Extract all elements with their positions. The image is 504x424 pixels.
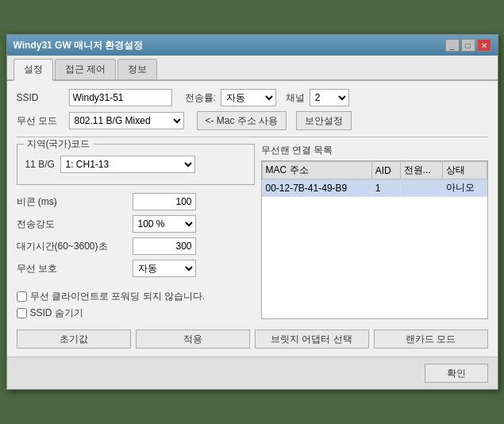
wireless-security-row: 무선 보호 자동 bbox=[17, 260, 255, 277]
txpower-row: 전송강도 100 % bbox=[17, 215, 255, 233]
close-button[interactable]: ✕ bbox=[477, 39, 491, 52]
ssid-hide-checkbox[interactable] bbox=[17, 308, 27, 318]
ssid-row: SSID 전송률: 자동 채널 2 bbox=[17, 89, 488, 106]
checkbox2-row: SSID 숨기기 bbox=[17, 306, 255, 320]
checkbox1-row: 무선 클라이언트로 포워딩 되지 않습니다. bbox=[17, 290, 255, 303]
reset-button[interactable]: 초기값 bbox=[17, 330, 131, 349]
idle-input[interactable] bbox=[133, 237, 196, 255]
title-bar-controls: _ □ ✕ bbox=[445, 39, 491, 52]
tab-bar: 설정 접근 제어 정보 bbox=[7, 56, 498, 81]
ok-row: 확인 bbox=[7, 357, 498, 389]
beacon-input[interactable] bbox=[133, 193, 196, 210]
region-group: 지역(국가)코드 11 B/G 1: CH1-13 bbox=[17, 144, 255, 185]
wireless-conn-label: 무선랜 연결 목록 bbox=[261, 145, 333, 156]
bridge-adapter-button[interactable]: 브릿지 어댑터 선택 bbox=[255, 330, 369, 349]
wireless-connection-table: MAC 주소 AID 전원... 상태 00-12-7B-41-49-B9 1 bbox=[261, 160, 488, 319]
region-row: 11 B/G 1: CH1-13 bbox=[25, 156, 246, 173]
wireless-mode-row: 무선 모드 802.11 B/G Mixed <- Mac 주소 사용 보안설정 bbox=[17, 111, 488, 130]
txpower-select[interactable]: 100 % bbox=[133, 215, 196, 233]
txpower-label: 전송강도 bbox=[17, 218, 128, 231]
security-settings-button[interactable]: 보안설정 bbox=[296, 111, 352, 130]
region-group-label: 지역(국가)코드 bbox=[24, 137, 94, 151]
tab-access-control[interactable]: 접근 제어 bbox=[55, 59, 116, 79]
region-type-label: 11 B/G bbox=[25, 159, 56, 170]
transmission-label: 전송률: bbox=[185, 91, 216, 105]
idle-label: 대기시간(60~3600)초 bbox=[17, 240, 128, 253]
ssid-label: SSID bbox=[17, 92, 64, 103]
conn-table: MAC 주소 AID 전원... 상태 00-12-7B-41-49-B9 1 bbox=[262, 161, 487, 197]
bottom-buttons: 초기값 적용 브릿지 어댑터 선택 랜카드 모드 bbox=[17, 330, 488, 349]
title-bar: Windy31 GW 매니저 환경설정 _ □ ✕ bbox=[7, 35, 498, 56]
forwarding-checkbox[interactable] bbox=[17, 291, 27, 302]
content-area: SSID 전송률: 자동 채널 2 무선 모드 802.11 B/G Mixed… bbox=[7, 81, 498, 357]
ok-button[interactable]: 확인 bbox=[425, 364, 488, 383]
cell-mac: 00-12-7B-41-49-B9 bbox=[262, 179, 371, 197]
mac-address-button[interactable]: <- Mac 주소 사용 bbox=[197, 111, 287, 130]
transmission-select[interactable]: 자동 bbox=[221, 89, 276, 106]
wireless-mode-label: 무선 모드 bbox=[17, 114, 64, 128]
tab-settings[interactable]: 설정 bbox=[13, 59, 53, 81]
cell-power bbox=[400, 179, 442, 197]
beacon-row: 비콘 (ms) bbox=[17, 193, 255, 210]
wireless-security-select[interactable]: 자동 bbox=[133, 260, 196, 277]
channel-select[interactable]: 2 bbox=[310, 89, 349, 106]
right-panel: 무선랜 연결 목록 MAC 주소 AID 전원... 상태 bbox=[261, 144, 488, 323]
channel-label: 채널 bbox=[286, 91, 305, 105]
minimize-button[interactable]: _ bbox=[445, 39, 460, 52]
region-select[interactable]: 1: CH1-13 bbox=[60, 156, 195, 173]
cell-status: 아니오 bbox=[442, 179, 487, 197]
beacon-label: 비콘 (ms) bbox=[17, 195, 128, 209]
col-aid: AID bbox=[371, 162, 400, 179]
idle-row: 대기시간(60~3600)초 bbox=[17, 237, 255, 255]
lan-mode-button[interactable]: 랜카드 모드 bbox=[374, 330, 488, 349]
col-mac: MAC 주소 bbox=[262, 162, 371, 179]
tab-info[interactable]: 정보 bbox=[117, 59, 157, 79]
left-panel: 지역(국가)코드 11 B/G 1: CH1-13 비콘 (ms) 전송강도 bbox=[17, 144, 255, 323]
col-status: 상태 bbox=[442, 162, 487, 179]
checkbox2-label: SSID 숨기기 bbox=[30, 306, 83, 320]
checkbox1-label: 무선 클라이언트로 포워딩 되지 않습니다. bbox=[30, 290, 206, 303]
main-area: 지역(국가)코드 11 B/G 1: CH1-13 비콘 (ms) 전송강도 bbox=[17, 144, 488, 323]
window-title: Windy31 GW 매니저 환경설정 bbox=[13, 39, 144, 52]
col-power: 전원... bbox=[400, 162, 442, 179]
ssid-input[interactable] bbox=[69, 89, 172, 106]
maximize-button[interactable]: □ bbox=[461, 39, 475, 52]
table-row[interactable]: 00-12-7B-41-49-B9 1 아니오 bbox=[262, 179, 487, 197]
wireless-security-label: 무선 보호 bbox=[17, 262, 128, 276]
cell-aid: 1 bbox=[371, 179, 400, 197]
apply-button[interactable]: 적용 bbox=[136, 330, 250, 349]
main-window: Windy31 GW 매니저 환경설정 _ □ ✕ 설정 접근 제어 정보 SS… bbox=[6, 34, 498, 390]
wireless-mode-select[interactable]: 802.11 B/G Mixed bbox=[69, 112, 184, 129]
